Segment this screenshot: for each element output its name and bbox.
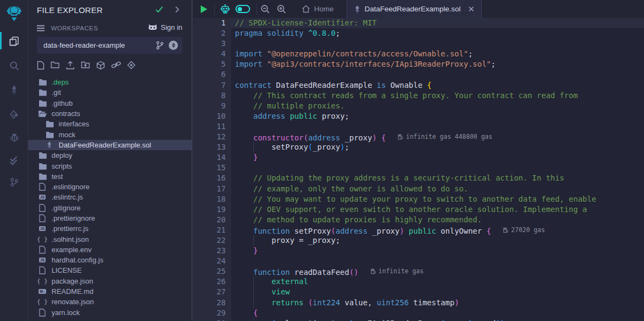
line-number[interactable]: 28 — [193, 298, 231, 308]
tree-item-package.json[interactable]: { }package.json — [28, 276, 192, 286]
remix-logo[interactable] — [4, 3, 24, 24]
collapse-chevron-icon[interactable] — [175, 6, 180, 13]
tree-item-.github[interactable]: .github — [28, 98, 192, 108]
code-area[interactable]: 1// SPDX-License-Identifier: MIT2pragma … — [193, 18, 644, 321]
line-number[interactable]: 25 — [193, 266, 231, 277]
code-line-14[interactable]: 14 } — [193, 152, 644, 163]
code-line-15[interactable]: 15 — [193, 163, 644, 173]
ai-robot-icon[interactable] — [220, 0, 230, 18]
line-number[interactable]: 13 — [193, 142, 231, 152]
github-sign-in-button[interactable]: Sign in — [148, 23, 182, 31]
code-line-24[interactable]: 24 — [193, 256, 644, 266]
tab-active-file[interactable]: DataFeedReaderExample.sol ✕ — [347, 0, 482, 18]
tree-item-deploy[interactable]: deploy — [28, 150, 192, 160]
line-number[interactable]: 17 — [193, 184, 231, 194]
code-line-8[interactable]: 8 // This contract reads from a single p… — [193, 91, 644, 101]
line-number[interactable]: 6 — [193, 69, 231, 80]
tree-item-.prettierrc.js[interactable]: JS.prettierrc.js — [28, 223, 192, 234]
upload-folder-icon[interactable] — [81, 61, 90, 70]
tree-item-interfaces[interactable]: interfaces — [28, 119, 192, 129]
line-number[interactable]: 26 — [193, 277, 231, 287]
git-branch-icon[interactable] — [156, 41, 164, 50]
tree-item-DataFeedReaderExample.sol[interactable]: DataFeedReaderExample.sol — [28, 140, 192, 150]
code-line-21[interactable]: 21 function setProxy(address _proxy) pub… — [193, 225, 644, 235]
code-line-9[interactable]: 9 // multiple proxies. — [193, 101, 644, 111]
code-line-3[interactable]: 3 — [193, 38, 644, 49]
workspace-select[interactable]: data-feed-reader-example — [37, 37, 182, 54]
code-line-13[interactable]: 13 setProxy(_proxy); — [193, 142, 644, 152]
code-line-11[interactable]: 11 — [193, 121, 644, 132]
debugger-icon[interactable] — [0, 128, 28, 146]
code-line-26[interactable]: 26 external — [193, 277, 644, 287]
line-number[interactable]: 12 — [193, 132, 231, 142]
line-number[interactable]: 5 — [193, 59, 231, 69]
code-line-12[interactable]: 12 constructor(address _proxy) {infinite… — [193, 132, 644, 142]
deploy-run-icon[interactable] — [0, 105, 28, 124]
gist-icon[interactable] — [127, 61, 136, 70]
line-number[interactable]: 11 — [193, 121, 231, 132]
code-line-22[interactable]: 22 proxy = _proxy; — [193, 235, 644, 246]
tree-item-.eslintignore[interactable]: .eslintignore — [28, 182, 192, 192]
tree-item-hardhat.config.js[interactable]: JShardhat.config.js — [28, 255, 192, 265]
tree-item-renovate.json[interactable]: { }renovate.json — [28, 297, 192, 307]
line-number[interactable]: 23 — [193, 246, 231, 256]
unit-testing-icon[interactable] — [0, 151, 28, 170]
copilot-toggle[interactable] — [235, 5, 250, 13]
line-number[interactable]: 24 — [193, 256, 231, 266]
code-line-19[interactable]: 19 // OEV support, or even switch to ano… — [193, 204, 644, 215]
line-number[interactable]: 19 — [193, 204, 231, 215]
close-icon[interactable]: ✕ — [468, 4, 475, 14]
tree-item-example.env[interactable]: example.env — [28, 245, 192, 255]
tab-home[interactable]: Home — [295, 0, 340, 18]
line-number[interactable]: 2 — [193, 28, 231, 38]
zoom-out-icon[interactable] — [260, 0, 270, 18]
tree-item-contracts[interactable]: contracts — [28, 108, 192, 119]
tree-item-.solhint.json[interactable]: { }.solhint.json — [28, 234, 192, 244]
tree-item-.prettierignore[interactable]: .prettierignore — [28, 213, 192, 223]
code-line-2[interactable]: 2pragma solidity ^0.8.0; — [193, 28, 644, 38]
search-icon[interactable] — [0, 56, 28, 75]
sort-circle-icon[interactable] — [169, 41, 178, 50]
zoom-in-icon[interactable] — [277, 0, 286, 18]
line-number[interactable]: 20 — [193, 215, 231, 225]
link-icon[interactable] — [111, 61, 121, 70]
code-line-20[interactable]: 20 // method to update proxies is highly… — [193, 215, 644, 225]
tree-item-scripts[interactable]: scripts — [28, 160, 192, 171]
new-file-icon[interactable] — [37, 61, 44, 70]
line-number[interactable]: 22 — [193, 235, 231, 246]
line-number[interactable]: 4 — [193, 49, 231, 59]
code-line-10[interactable]: 10 address public proxy; — [193, 111, 644, 121]
upload-file-icon[interactable] — [66, 61, 75, 70]
line-number[interactable]: 29 — [193, 308, 231, 318]
code-line-28[interactable]: 28 returns (int224 value, uint256 timest… — [193, 298, 644, 308]
line-number[interactable]: 16 — [193, 173, 231, 183]
tree-item-mock[interactable]: mock — [28, 129, 192, 139]
line-number[interactable]: 3 — [193, 38, 231, 49]
line-number[interactable]: 15 — [193, 163, 231, 173]
line-number[interactable]: 27 — [193, 287, 231, 297]
code-line-29[interactable]: 29 { — [193, 308, 644, 318]
line-number[interactable]: 7 — [193, 80, 231, 91]
code-line-17[interactable]: 17 // example, only the owner is allowed… — [193, 184, 644, 194]
code-line-1[interactable]: 1// SPDX-License-Identifier: MIT — [193, 18, 644, 28]
code-line-25[interactable]: 25 function readDataFeed()infinite gas — [193, 266, 644, 277]
line-number[interactable]: 30 — [193, 318, 231, 321]
line-number[interactable]: 8 — [193, 91, 231, 101]
tree-item-.deps[interactable]: .deps — [28, 77, 192, 87]
file-explorer-icon[interactable] — [0, 32, 28, 50]
line-number[interactable]: 9 — [193, 101, 231, 111]
line-number[interactable]: 21 — [193, 225, 231, 235]
tree-item-yarn.lock[interactable]: yarn.lock — [28, 307, 192, 318]
hamburger-icon[interactable] — [36, 24, 45, 32]
tree-item-LICENSE[interactable]: LICENSE — [28, 265, 192, 275]
code-line-6[interactable]: 6 — [193, 69, 644, 80]
code-line-16[interactable]: 16 // Updating the proxy address is a se… — [193, 173, 644, 183]
code-line-18[interactable]: 18 // You may want to update your proxy … — [193, 194, 644, 204]
new-folder-icon[interactable] — [50, 61, 60, 70]
cube-icon[interactable] — [96, 61, 105, 70]
tree-item-README.md[interactable]: M↓README.md — [28, 286, 192, 297]
git-icon[interactable] — [0, 173, 28, 191]
tree-item-.gitignore[interactable]: .gitignore — [28, 203, 192, 213]
code-line-7[interactable]: 7contract DataFeedReaderExample is Ownab… — [193, 80, 644, 91]
code-line-30[interactable]: 30 (value, timestamp) = IApi3ReaderProxy… — [193, 318, 644, 321]
